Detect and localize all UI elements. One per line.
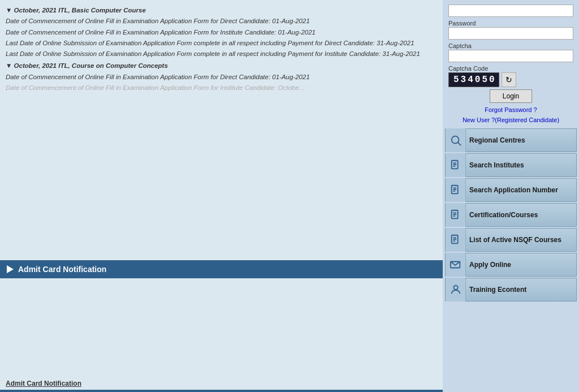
content-area: ▼ October, 2021 ITL, Basic Computer Cour… [0, 0, 443, 260]
login-button[interactable]: Login [490, 89, 532, 103]
right-panel: Password Captcha Captcha Code 534050 ↻ L… [443, 0, 579, 392]
certification-courses-icon [446, 203, 466, 227]
section-2-item-blur: Date of Commencement of Online Fill in E… [6, 83, 437, 92]
left-panel: ▼ October, 2021 ITL, Basic Computer Cour… [0, 0, 443, 392]
forgot-links: Forgot Password ? New User ?(Registered … [448, 105, 573, 125]
section-1-item-1: Date of Commencement of Online Fill in E… [6, 16, 437, 26]
regional-centres-label: Regional Centres [469, 136, 576, 144]
search-institutes-label: Search Institutes [469, 161, 576, 169]
section-title-1: ▼ October, 2021 ITL, Basic Computer Cour… [6, 6, 437, 15]
regional-centres-icon [446, 128, 466, 152]
training-econtent-icon [446, 278, 466, 301]
forgot-password-link[interactable]: Forgot Password ? [448, 105, 573, 115]
training-econtent-label: Training Econtent [469, 286, 576, 294]
search-application-label: Search Application Number [469, 186, 576, 194]
captcha-label: Captcha [448, 42, 573, 49]
apply-online-button[interactable]: Apply Online [445, 253, 577, 277]
practical-bar: Practical Admit Card Notification [0, 390, 443, 392]
admit-card-bar-label: Admit Card Notification [18, 265, 106, 274]
nsqf-courses-label: List of Active NSQF Courses [469, 236, 576, 244]
captcha-input[interactable] [448, 50, 573, 62]
certification-courses-button[interactable]: Certification/Courses [445, 203, 577, 227]
username-input[interactable] [448, 5, 573, 17]
search-institutes-button[interactable]: Search Institutes [445, 153, 577, 177]
password-input[interactable] [448, 27, 573, 40]
svg-line-1 [458, 143, 461, 145]
apply-online-icon [446, 253, 466, 277]
admit-card-link[interactable]: Admit Card Notification [0, 377, 443, 390]
apply-online-label: Apply Online [469, 261, 576, 269]
svg-point-0 [451, 136, 459, 144]
certification-courses-label: Certification/Courses [469, 211, 576, 219]
section-1-item-4: Last Date of Online Submission of Examin… [6, 49, 437, 59]
regional-centres-button[interactable]: Regional Centres [445, 128, 577, 152]
admit-card-bar: Admit Card Notification [0, 260, 443, 278]
section-1-item-2: Date of Commencement of Online Fill in E… [6, 28, 437, 37]
refresh-captcha-button[interactable]: ↻ [502, 72, 516, 87]
captcha-row: 534050 ↻ [448, 72, 573, 87]
captcha-code-label: Captcha Code [448, 65, 573, 72]
svg-point-19 [453, 286, 457, 290]
section-title-2: ▼ October, 2021 ITL, Course on Computer … [6, 61, 437, 71]
search-application-button[interactable]: Search Application Number [445, 178, 577, 202]
search-institutes-icon [446, 153, 466, 177]
captcha-image: 534050 [448, 72, 499, 87]
new-user-link[interactable]: New User ?(Registered Candidate) [448, 115, 573, 126]
section-1-item-3: Last Date of Online Submission of Examin… [6, 38, 437, 48]
nsqf-courses-icon [446, 228, 466, 252]
nsqf-courses-button[interactable]: List of Active NSQF Courses [445, 228, 577, 252]
login-section: Password Captcha Captcha Code 534050 ↻ L… [445, 2, 577, 127]
search-application-icon [446, 178, 466, 202]
section-2-item-1: Date of Commencement of Online Fill in E… [6, 72, 437, 82]
middle-empty-area [0, 278, 443, 377]
password-label: Password [448, 20, 573, 27]
training-econtent-button[interactable]: Training Econtent [445, 278, 577, 301]
arrow-right-icon [7, 265, 14, 273]
